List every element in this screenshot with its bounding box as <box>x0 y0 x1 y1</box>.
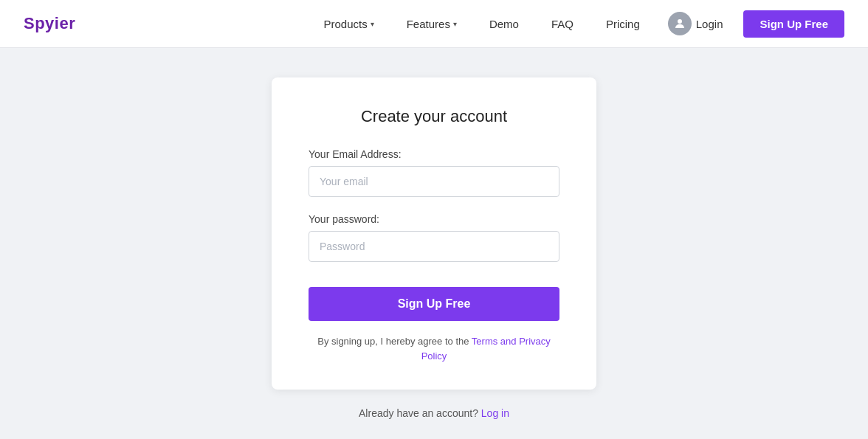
nav-products[interactable]: Products ▾ <box>310 12 387 36</box>
main-content: Create your account Your Email Address: … <box>0 48 868 439</box>
already-text: Already have an account? <box>359 407 478 419</box>
email-input[interactable] <box>309 166 559 197</box>
user-avatar-icon <box>668 12 692 35</box>
features-label: Features <box>407 18 450 30</box>
nav-pricing[interactable]: Pricing <box>593 12 653 36</box>
login-link[interactable]: Log in <box>481 407 509 419</box>
login-area[interactable]: Login <box>659 6 732 41</box>
header-signup-button[interactable]: Sign Up Free <box>743 10 844 38</box>
nav-features[interactable]: Features ▾ <box>393 12 470 36</box>
signup-submit-button[interactable]: Sign Up Free <box>309 287 559 321</box>
nav-faq[interactable]: FAQ <box>538 12 587 36</box>
email-label: Your Email Address: <box>309 148 559 160</box>
password-group: Your password: <box>309 213 559 262</box>
terms-prefix: By signing up, I hereby agree to the <box>317 336 472 347</box>
signup-card: Create your account Your Email Address: … <box>272 77 596 390</box>
terms-text: By signing up, I hereby agree to the Ter… <box>309 334 559 363</box>
login-label: Login <box>696 18 723 30</box>
signup-form: Your Email Address: Your password: Sign … <box>309 148 559 334</box>
products-label: Products <box>323 18 367 30</box>
card-title: Create your account <box>309 107 559 126</box>
password-input[interactable] <box>309 231 559 262</box>
already-account-text: Already have an account? Log in <box>359 407 509 419</box>
site-header: Spyier Products ▾ Features ▾ Demo FAQ Pr… <box>0 0 868 48</box>
main-nav: Products ▾ Features ▾ Demo FAQ Pricing L… <box>310 6 844 41</box>
site-logo[interactable]: Spyier <box>24 14 75 33</box>
features-chevron-icon: ▾ <box>453 20 457 28</box>
nav-demo[interactable]: Demo <box>476 12 532 36</box>
email-group: Your Email Address: <box>309 148 559 197</box>
password-label: Your password: <box>309 213 559 225</box>
svg-point-0 <box>678 19 682 24</box>
products-chevron-icon: ▾ <box>371 20 374 28</box>
